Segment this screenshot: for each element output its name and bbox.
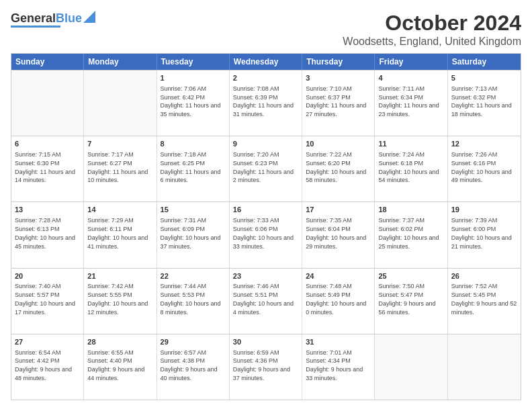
sunrise: Sunrise: 7:50 AM	[378, 283, 425, 289]
title-block: October 2024 Woodsetts, England, United …	[343, 11, 521, 48]
day-number: 20	[15, 271, 80, 281]
day-number: 2	[233, 73, 298, 83]
day-8: 8Sunrise: 7:18 AMSunset: 6:25 PMDaylight…	[157, 136, 230, 201]
page-subtitle: Woodsetts, England, United Kingdom	[343, 36, 521, 48]
day-number: 30	[233, 337, 298, 347]
day-empty	[375, 334, 447, 400]
daylight: Daylight: 10 hours and 54 minutes.	[378, 169, 439, 184]
day-23: 23Sunrise: 7:46 AMSunset: 5:51 PMDayligh…	[230, 269, 302, 334]
sunrise: Sunrise: 7:33 AM	[233, 217, 279, 224]
day-number: 31	[306, 337, 371, 347]
sunrise: Sunrise: 7:08 AM	[233, 85, 279, 92]
daylight: Daylight: 10 hours and 17 minutes.	[15, 300, 75, 316]
day-26: 26Sunrise: 7:52 AMSunset: 5:45 PMDayligh…	[448, 269, 521, 334]
day-27: 27Sunrise: 6:54 AMSunset: 4:42 PMDayligh…	[11, 334, 84, 400]
svg-marker-0	[83, 11, 95, 23]
week-4: 20Sunrise: 7:40 AMSunset: 5:57 PMDayligh…	[11, 268, 521, 334]
day-number: 1	[161, 73, 226, 83]
calendar-body: 1Sunrise: 7:06 AMSunset: 6:42 PMDaylight…	[11, 70, 521, 400]
sunset: Sunset: 6:34 PM	[378, 94, 423, 101]
day-18: 18Sunrise: 7:37 AMSunset: 6:02 PMDayligh…	[375, 202, 447, 267]
header-sunday: Sunday	[11, 54, 84, 70]
sunrise: Sunrise: 7:17 AM	[87, 151, 134, 158]
sunrise: Sunrise: 7:37 AM	[378, 217, 425, 224]
day-13: 13Sunrise: 7:28 AMSunset: 6:13 PMDayligh…	[11, 202, 84, 267]
sunrise: Sunrise: 7:22 AM	[306, 151, 352, 158]
header-monday: Monday	[84, 54, 157, 70]
sunset: Sunset: 6:42 PM	[161, 94, 206, 101]
sunset: Sunset: 4:38 PM	[161, 357, 206, 364]
daylight: Daylight: 10 hours and 37 minutes.	[161, 234, 221, 250]
day-6: 6Sunrise: 7:15 AMSunset: 6:30 PMDaylight…	[11, 136, 84, 201]
day-number: 11	[378, 139, 443, 149]
daylight: Daylight: 10 hours and 25 minutes.	[378, 234, 439, 250]
day-empty	[448, 334, 521, 400]
sunrise: Sunrise: 7:10 AM	[306, 85, 352, 92]
day-number: 17	[306, 205, 371, 215]
day-number: 10	[306, 139, 371, 149]
sunrise: Sunrise: 7:26 AM	[451, 151, 498, 158]
sunrise: Sunrise: 6:57 AM	[161, 349, 207, 356]
sunrise: Sunrise: 7:48 AM	[306, 283, 352, 289]
sunrise: Sunrise: 6:59 AM	[233, 349, 279, 356]
day-number: 8	[161, 139, 226, 149]
daylight: Daylight: 9 hours and 48 minutes.	[15, 366, 72, 381]
daylight: Daylight: 10 hours and 0 minutes.	[306, 300, 366, 316]
day-3: 3Sunrise: 7:10 AMSunset: 6:37 PMDaylight…	[302, 71, 375, 136]
week-2: 6Sunrise: 7:15 AMSunset: 6:30 PMDaylight…	[11, 136, 521, 201]
daylight: Daylight: 10 hours and 8 minutes.	[161, 300, 221, 316]
day-number: 7	[87, 139, 152, 149]
sunrise: Sunrise: 7:42 AM	[87, 283, 134, 289]
sunrise: Sunrise: 7:29 AM	[87, 217, 134, 224]
day-number: 26	[451, 271, 517, 281]
day-number: 24	[306, 271, 371, 281]
day-empty	[11, 71, 84, 136]
day-4: 4Sunrise: 7:11 AMSunset: 6:34 PMDaylight…	[375, 71, 447, 136]
week-3: 13Sunrise: 7:28 AMSunset: 6:13 PMDayligh…	[11, 201, 521, 267]
day-number: 13	[15, 205, 80, 215]
daylight: Daylight: 10 hours and 45 minutes.	[15, 234, 75, 250]
day-number: 27	[15, 337, 80, 347]
sunrise: Sunrise: 7:01 AM	[306, 349, 352, 356]
calendar: Sunday Monday Tuesday Wednesday Thursday…	[11, 53, 521, 400]
sunset: Sunset: 4:42 PM	[15, 357, 60, 364]
day-number: 5	[451, 73, 517, 83]
daylight: Daylight: 10 hours and 12 minutes.	[87, 300, 148, 316]
sunrise: Sunrise: 6:55 AM	[87, 349, 134, 356]
daylight: Daylight: 11 hours and 18 minutes.	[451, 102, 512, 118]
sunset: Sunset: 6:13 PM	[15, 226, 60, 232]
sunset: Sunset: 6:11 PM	[87, 226, 132, 232]
daylight: Daylight: 10 hours and 29 minutes.	[306, 234, 366, 250]
day-21: 21Sunrise: 7:42 AMSunset: 5:55 PMDayligh…	[84, 269, 157, 334]
day-empty	[84, 71, 157, 136]
sunset: Sunset: 6:23 PM	[233, 160, 278, 167]
sunrise: Sunrise: 7:35 AM	[306, 217, 352, 224]
sunrise: Sunrise: 7:20 AM	[233, 151, 279, 158]
day-number: 23	[233, 271, 298, 281]
daylight: Daylight: 11 hours and 6 minutes.	[161, 169, 221, 184]
daylight: Daylight: 10 hours and 21 minutes.	[451, 234, 512, 250]
day-20: 20Sunrise: 7:40 AMSunset: 5:57 PMDayligh…	[11, 269, 84, 334]
daylight: Daylight: 9 hours and 56 minutes.	[378, 300, 435, 316]
sunset: Sunset: 6:27 PM	[87, 160, 132, 167]
daylight: Daylight: 10 hours and 4 minutes.	[233, 300, 294, 316]
daylight: Daylight: 11 hours and 23 minutes.	[378, 102, 439, 118]
day-9: 9Sunrise: 7:20 AMSunset: 6:23 PMDaylight…	[230, 136, 302, 201]
daylight: Daylight: 9 hours and 44 minutes.	[87, 366, 144, 381]
day-17: 17Sunrise: 7:35 AMSunset: 6:04 PMDayligh…	[302, 202, 375, 267]
day-15: 15Sunrise: 7:31 AMSunset: 6:09 PMDayligh…	[157, 202, 230, 267]
daylight: Daylight: 9 hours and 40 minutes.	[161, 366, 218, 381]
day-31: 31Sunrise: 7:01 AMSunset: 4:34 PMDayligh…	[302, 334, 375, 400]
header-tuesday: Tuesday	[157, 54, 230, 70]
daylight: Daylight: 11 hours and 31 minutes.	[233, 102, 294, 118]
day-number: 28	[87, 337, 152, 347]
daylight: Daylight: 11 hours and 10 minutes.	[87, 169, 148, 184]
day-number: 19	[451, 205, 517, 215]
sunset: Sunset: 6:06 PM	[233, 226, 278, 232]
sunset: Sunset: 4:36 PM	[233, 357, 278, 364]
daylight: Daylight: 10 hours and 33 minutes.	[233, 234, 294, 250]
week-1: 1Sunrise: 7:06 AMSunset: 6:42 PMDaylight…	[11, 70, 521, 136]
daylight: Daylight: 11 hours and 35 minutes.	[161, 102, 221, 118]
day-number: 3	[306, 73, 371, 83]
page: GeneralBlue October 2024 Woodsetts, Engl…	[0, 0, 532, 411]
